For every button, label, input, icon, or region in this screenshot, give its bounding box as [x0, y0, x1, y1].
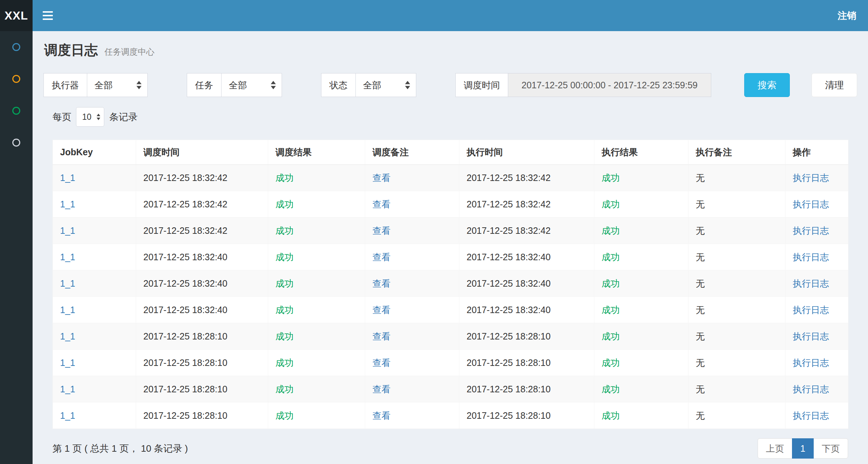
- sidebar-toggle-button[interactable]: [33, 0, 63, 31]
- search-button[interactable]: 搜索: [744, 73, 790, 97]
- sidebar-item-4[interactable]: [0, 127, 33, 159]
- handle-msg-cell: 无: [688, 350, 785, 376]
- trigger-msg-link[interactable]: 查看: [372, 199, 391, 209]
- pagination: 上页 1 下页: [758, 438, 848, 459]
- logout-link[interactable]: 注销: [826, 9, 868, 22]
- table-row: 1_1 2017-12-25 18:28:10 成功 查看 2017-12-25…: [53, 323, 848, 350]
- trigger-result-text: 成功: [275, 173, 294, 183]
- trigger-result-text: 成功: [275, 410, 294, 421]
- trigger-time-cell: 2017-12-25 18:28:10: [136, 350, 268, 376]
- column-handle-time: 执行时间: [459, 140, 594, 165]
- jobkey-link[interactable]: 1_1: [60, 252, 75, 262]
- trigger-time-cell: 2017-12-25 18:32:40: [136, 270, 268, 297]
- page-subtitle: 任务调度中心: [104, 47, 154, 56]
- handle-msg-cell: 无: [688, 376, 785, 402]
- exec-log-link[interactable]: 执行日志: [793, 278, 829, 288]
- trigger-msg-link[interactable]: 查看: [372, 410, 391, 421]
- column-trigger-msg: 调度备注: [365, 140, 459, 165]
- trigger-msg-link[interactable]: 查看: [372, 384, 391, 394]
- page-title: 调度日志: [44, 43, 98, 58]
- trigger-time-cell: 2017-12-25 18:32:42: [136, 165, 268, 191]
- status-select[interactable]: 全部: [356, 73, 416, 97]
- handle-time-cell: 2017-12-25 18:28:10: [459, 323, 594, 350]
- trigger-msg-link[interactable]: 查看: [372, 358, 391, 368]
- trigger-time-range-input[interactable]: [508, 73, 711, 97]
- jobkey-link[interactable]: 1_1: [60, 384, 75, 394]
- circle-icon: [12, 43, 20, 51]
- circle-icon: [12, 139, 20, 147]
- trigger-msg-link[interactable]: 查看: [372, 278, 391, 288]
- jobkey-link[interactable]: 1_1: [60, 358, 75, 368]
- table-row: 1_1 2017-12-25 18:28:10 成功 查看 2017-12-25…: [53, 402, 848, 429]
- handle-time-cell: 2017-12-25 18:32:40: [459, 244, 594, 270]
- trigger-result-text: 成功: [275, 252, 294, 262]
- exec-log-link[interactable]: 执行日志: [793, 384, 829, 394]
- status-select-wrap: 全部: [355, 73, 416, 97]
- sidebar-item-3[interactable]: [0, 95, 33, 127]
- prev-page-button[interactable]: 上页: [758, 438, 792, 459]
- trigger-msg-link[interactable]: 查看: [372, 225, 391, 236]
- exec-log-link[interactable]: 执行日志: [793, 331, 829, 341]
- column-action: 操作: [785, 140, 848, 165]
- exec-log-link[interactable]: 执行日志: [793, 225, 829, 236]
- page-size-select-wrap: 10: [76, 107, 104, 127]
- next-page-button[interactable]: 下页: [813, 438, 848, 459]
- table-row: 1_1 2017-12-25 18:32:42 成功 查看 2017-12-25…: [53, 218, 848, 244]
- navbar: 注销: [33, 0, 868, 31]
- clear-button[interactable]: 清理: [812, 73, 857, 97]
- executor-select[interactable]: 全部: [87, 73, 147, 97]
- filter-job: 任务 全部: [187, 73, 282, 97]
- handle-result-text: 成功: [602, 384, 620, 394]
- sidebar-item-2[interactable]: [0, 63, 33, 95]
- trigger-msg-link[interactable]: 查看: [372, 305, 391, 315]
- jobkey-link[interactable]: 1_1: [60, 225, 75, 236]
- trigger-result-text: 成功: [275, 199, 294, 209]
- jobkey-link[interactable]: 1_1: [60, 305, 75, 315]
- app-logo[interactable]: XXL: [0, 0, 33, 31]
- handle-time-cell: 2017-12-25 18:28:10: [459, 350, 594, 376]
- hamburger-icon: [43, 11, 53, 20]
- trigger-result-text: 成功: [275, 225, 294, 236]
- job-select[interactable]: 全部: [222, 73, 282, 97]
- trigger-msg-link[interactable]: 查看: [372, 331, 391, 341]
- table-row: 1_1 2017-12-25 18:32:42 成功 查看 2017-12-25…: [53, 165, 848, 191]
- filter-status: 状态 全部: [321, 73, 416, 97]
- trigger-result-text: 成功: [275, 384, 294, 394]
- handle-msg-cell: 无: [688, 218, 785, 244]
- pagination-summary: 第 1 页 ( 总共 1 页， 10 条记录 ): [52, 442, 188, 455]
- handle-result-text: 成功: [602, 199, 620, 209]
- page-size-suffix: 条记录: [109, 111, 138, 123]
- handle-result-text: 成功: [602, 331, 620, 341]
- exec-log-link[interactable]: 执行日志: [793, 410, 829, 421]
- page-size-select[interactable]: 10: [76, 107, 104, 126]
- exec-log-link[interactable]: 执行日志: [793, 252, 829, 262]
- jobkey-link[interactable]: 1_1: [60, 173, 75, 183]
- handle-msg-cell: 无: [688, 244, 785, 270]
- trigger-time-cell: 2017-12-25 18:32:42: [136, 191, 268, 218]
- table-row: 1_1 2017-12-25 18:32:40 成功 查看 2017-12-25…: [53, 244, 848, 270]
- table-row: 1_1 2017-12-25 18:32:40 成功 查看 2017-12-25…: [53, 297, 848, 323]
- jobkey-link[interactable]: 1_1: [60, 410, 75, 421]
- sidebar-item-1[interactable]: [0, 31, 33, 63]
- table-row: 1_1 2017-12-25 18:28:10 成功 查看 2017-12-25…: [53, 376, 848, 402]
- handle-result-text: 成功: [602, 252, 620, 262]
- handle-msg-cell: 无: [688, 165, 785, 191]
- current-page-button[interactable]: 1: [792, 438, 814, 459]
- exec-log-link[interactable]: 执行日志: [793, 199, 829, 209]
- filter-executor: 执行器 全部: [43, 73, 148, 97]
- exec-log-link[interactable]: 执行日志: [793, 358, 829, 368]
- main-content: 调度日志 任务调度中心 执行器 全部 任务 全部: [33, 31, 868, 464]
- trigger-time-cell: 2017-12-25 18:28:10: [136, 376, 268, 402]
- exec-log-link[interactable]: 执行日志: [793, 305, 829, 315]
- handle-msg-cell: 无: [688, 191, 785, 218]
- column-handle-result: 执行结果: [594, 140, 688, 165]
- exec-log-link[interactable]: 执行日志: [793, 173, 829, 183]
- jobkey-link[interactable]: 1_1: [60, 278, 75, 288]
- jobkey-link[interactable]: 1_1: [60, 331, 75, 341]
- trigger-msg-link[interactable]: 查看: [372, 173, 391, 183]
- filter-bar: 执行器 全部 任务 全部 状态: [43, 73, 857, 97]
- log-table: JobKey 调度时间 调度结果 调度备注 执行时间 执行结果 执行备注 操作 …: [52, 140, 848, 429]
- trigger-result-text: 成功: [275, 278, 294, 288]
- trigger-msg-link[interactable]: 查看: [372, 252, 391, 262]
- jobkey-link[interactable]: 1_1: [60, 199, 75, 209]
